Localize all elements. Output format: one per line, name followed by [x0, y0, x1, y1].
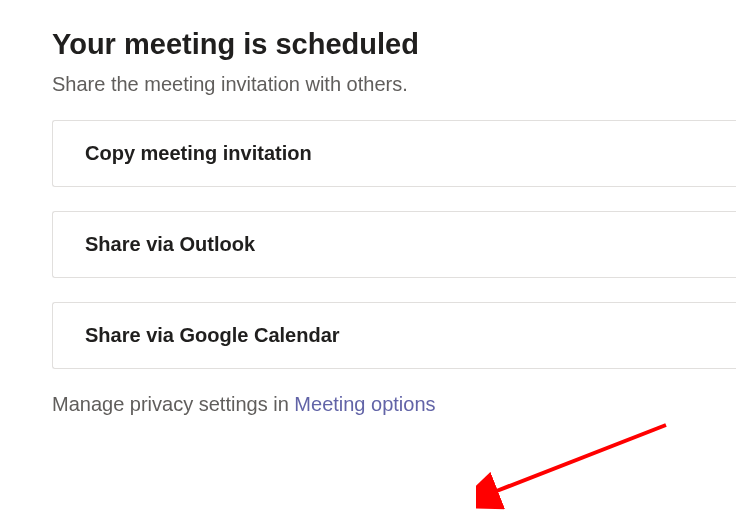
copy-invitation-label: Copy meeting invitation — [85, 142, 312, 164]
page-subtitle: Share the meeting invitation with others… — [52, 73, 736, 96]
share-outlook-label: Share via Outlook — [85, 233, 255, 255]
share-google-label: Share via Google Calendar — [85, 324, 340, 346]
meeting-options-link[interactable]: Meeting options — [294, 393, 435, 415]
page-title: Your meeting is scheduled — [52, 28, 736, 61]
svg-line-1 — [494, 425, 666, 492]
share-google-button[interactable]: Share via Google Calendar — [52, 302, 736, 369]
footer-prefix: Manage privacy settings in — [52, 393, 294, 415]
copy-invitation-button[interactable]: Copy meeting invitation — [52, 120, 736, 187]
footer-text: Manage privacy settings in Meeting optio… — [52, 393, 736, 416]
annotation-arrow-icon — [476, 420, 676, 510]
share-outlook-button[interactable]: Share via Outlook — [52, 211, 736, 278]
